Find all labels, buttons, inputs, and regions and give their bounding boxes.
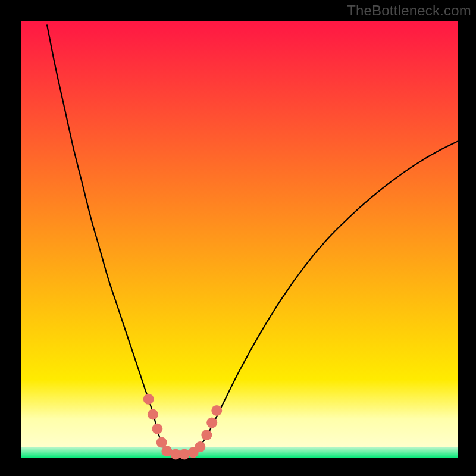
bead-point bbox=[211, 405, 222, 416]
bead-point bbox=[201, 430, 212, 440]
bottleneck-chart bbox=[0, 0, 476, 476]
watermark-text: TheBottleneck.com bbox=[347, 2, 471, 19]
bead-point bbox=[195, 441, 205, 452]
bead-point bbox=[206, 417, 217, 428]
chart-container: { "watermark": "TheBottleneck.com", "col… bbox=[0, 0, 476, 476]
bead-point bbox=[152, 424, 162, 434]
bead-point bbox=[148, 409, 158, 420]
bead-point bbox=[143, 394, 154, 405]
plot-background bbox=[21, 21, 458, 458]
